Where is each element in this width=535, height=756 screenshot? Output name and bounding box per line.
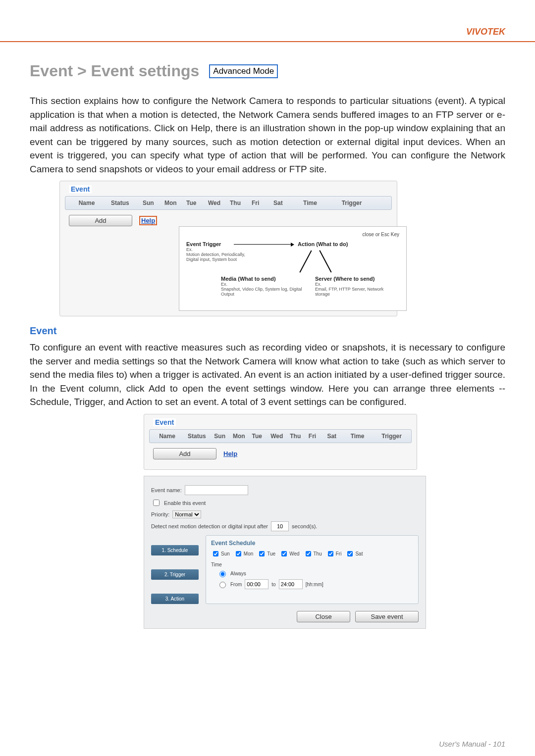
help-link[interactable]: Help — [223, 450, 237, 457]
time-from-radio[interactable] — [219, 582, 226, 588]
time-to-label: to — [271, 582, 275, 587]
close-button[interactable]: Close — [297, 611, 350, 622]
day-mon-checkbox[interactable] — [236, 551, 241, 556]
detect-delay-label-pre: Detect next motion detection or digital … — [151, 523, 268, 529]
help-link[interactable]: Help — [139, 216, 157, 225]
page-footer: User's Manual - 101 — [439, 740, 505, 748]
advanced-mode-badge: Advanced Mode — [209, 64, 278, 78]
enable-event-label: Enable this event — [164, 500, 206, 506]
help-popup: close or Esc Key Event Trigger Ex. Motio… — [179, 226, 407, 311]
page-title: Event > Event settings — [30, 62, 199, 80]
enable-event-checkbox[interactable] — [153, 500, 160, 506]
step-trigger[interactable]: 2. Trigger — [151, 569, 199, 580]
event-schedule-panel: Event Schedule Sun Mon Tue Wed Thu Fri S… — [206, 535, 419, 604]
arrow-diag-icon — [319, 251, 331, 273]
event-columns-header: Name Status Sun Mon Tue Wed Thu Fri Sat … — [149, 429, 412, 443]
day-thu-checkbox[interactable] — [306, 551, 311, 556]
event-table-panel-1: Event Name Status Sun Mon Tue Wed Thu Fr… — [59, 181, 397, 316]
detect-delay-label-post: second(s). — [292, 523, 317, 529]
time-to-input[interactable] — [279, 579, 303, 589]
day-sun-checkbox[interactable] — [213, 551, 218, 556]
event-paragraph: To configure an event with reactive meas… — [30, 341, 505, 409]
arrow-right-icon — [234, 244, 293, 245]
schedule-title: Event Schedule — [211, 540, 413, 547]
event-table-panel-2: Event Name Status Sun Mon Tue Wed Thu Fr… — [144, 414, 417, 470]
time-from-input[interactable] — [245, 579, 268, 589]
step-action[interactable]: 3. Action — [151, 594, 199, 604]
brand-logo: VIVOTEK — [466, 27, 505, 37]
diagram-server-title: Server (Where to send) — [315, 276, 394, 282]
diagram-media-title: Media (What to send) — [221, 276, 305, 282]
event-name-label: Event name: — [151, 487, 182, 493]
priority-select[interactable]: Normal — [172, 510, 201, 518]
event-name-input[interactable] — [185, 485, 248, 495]
priority-label: Priority: — [151, 511, 169, 517]
day-tue-checkbox[interactable] — [259, 551, 265, 556]
time-label: Time — [211, 562, 413, 567]
time-always-radio[interactable] — [219, 571, 226, 577]
arrow-diag-icon — [299, 251, 312, 273]
event-settings-form: Event name: Enable this event Priority: … — [144, 476, 426, 629]
panel-legend: Event — [69, 185, 92, 193]
header-bar: VIVOTEK — [0, 0, 535, 42]
diagram-action-title: Action (What to do) — [298, 241, 348, 247]
time-always-label: Always — [230, 571, 246, 576]
time-from-label: From — [230, 582, 242, 587]
day-fri-checkbox[interactable] — [328, 551, 333, 556]
step-schedule[interactable]: 1. Schedule — [151, 545, 199, 555]
add-button[interactable]: Add — [153, 448, 216, 459]
schedule-days-row: Sun Mon Tue Wed Thu Fri Sat — [211, 550, 413, 558]
day-sat-checkbox[interactable] — [347, 551, 353, 556]
intro-paragraph: This section explains how to configure t… — [30, 94, 505, 176]
day-wed-checkbox[interactable] — [281, 551, 287, 556]
add-button[interactable]: Add — [69, 215, 132, 226]
section-heading-event: Event — [30, 325, 505, 337]
save-event-button[interactable]: Save event — [355, 611, 419, 622]
close-popup-link[interactable]: close or Esc Key — [363, 232, 399, 237]
detect-delay-input[interactable] — [271, 521, 289, 531]
event-columns-header: Name Status Sun Mon Tue Wed Thu Fri Sat … — [65, 196, 392, 210]
time-hhmm-label: [hh:mm] — [306, 582, 323, 587]
